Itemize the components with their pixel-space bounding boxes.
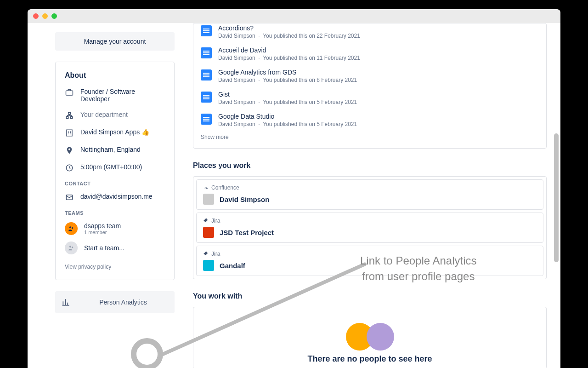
document-item[interactable]: Accordions? David Simpson · You publishe…	[201, 23, 539, 43]
close-window-button[interactable]	[33, 13, 39, 19]
place-name: Gandalf	[203, 260, 537, 271]
place-item[interactable]: Jira JSD Test Project	[196, 213, 543, 243]
document-meta: David Simpson · You published this on 5 …	[218, 99, 357, 105]
main-content: Accordions? David Simpson · You publishe…	[193, 23, 560, 368]
place-avatar-icon	[203, 260, 214, 271]
place-app-label: Confluence	[203, 184, 537, 191]
svg-rect-0	[66, 91, 73, 95]
svg-point-10	[72, 247, 73, 248]
place-avatar-icon	[203, 227, 214, 238]
work-with-heading: You work with	[193, 292, 547, 300]
place-app-label: Jira	[203, 251, 537, 257]
profile-sidebar: Manage your account About Founder / Soft…	[28, 23, 193, 368]
document-item[interactable]: Accueil de David David Simpson · You pub…	[201, 43, 539, 65]
manage-account-button[interactable]: Manage your account	[55, 32, 175, 51]
team-avatar-placeholder-icon	[65, 242, 78, 254]
document-icon	[201, 92, 212, 103]
person-analytics-button[interactable]: Person Analytics	[55, 291, 175, 313]
about-role-row: Founder / Software Developer	[65, 88, 165, 103]
recent-documents-card: Accordions? David Simpson · You publishe…	[193, 23, 547, 149]
svg-rect-1	[68, 112, 71, 115]
analytics-icon	[62, 298, 71, 307]
svg-point-9	[69, 246, 71, 247]
svg-rect-4	[67, 130, 72, 136]
about-email-row[interactable]: david@davidsimpson.me	[65, 193, 165, 202]
svg-point-8	[72, 227, 73, 229]
about-time: 5:00pm (GMT+00:00)	[80, 163, 142, 171]
about-location: Nottingham, England	[80, 146, 141, 153]
minimize-window-button[interactable]	[42, 13, 48, 19]
document-icon	[201, 25, 212, 36]
document-title: Accueil de David	[218, 46, 360, 54]
team-member-count: 1 member	[84, 230, 121, 235]
place-name: JSD Test Project	[203, 227, 537, 238]
empty-people-message: There are no people to see here	[307, 354, 432, 364]
about-department: Your department	[80, 111, 128, 118]
place-avatar-icon	[203, 194, 214, 205]
clock-icon	[65, 163, 74, 172]
work-with-card: There are no people to see here	[193, 307, 547, 368]
document-title: Google Analytics from GDS	[218, 69, 357, 76]
places-card: Confluence David Simpson Jira JSD Test P…	[193, 176, 547, 279]
org-icon	[65, 111, 74, 120]
svg-point-7	[69, 226, 71, 228]
contact-label: CONTACT	[65, 181, 165, 186]
document-item[interactable]: Gist David Simpson · You published this …	[201, 87, 539, 109]
team-name: dsapps team	[84, 222, 121, 230]
window-titlebar	[28, 9, 560, 23]
start-team-label: Start a team...	[84, 244, 124, 252]
svg-rect-3	[70, 116, 73, 119]
scrollbar-thumb[interactable]	[554, 133, 559, 262]
document-title: Accordions?	[218, 24, 360, 32]
place-app-label: Jira	[203, 218, 537, 224]
about-email: david@davidsimpson.me	[80, 193, 153, 200]
document-item[interactable]: Google Analytics from GDS David Simpson …	[201, 65, 539, 87]
mail-icon	[65, 193, 74, 202]
about-company: David Simpson Apps 👍	[80, 128, 149, 136]
teams-label: TEAMS	[65, 210, 165, 216]
document-title: Google Data Studio	[218, 113, 357, 120]
svg-rect-2	[66, 116, 68, 119]
person-analytics-label: Person Analytics	[78, 299, 168, 306]
browser-window: Manage your account About Founder / Soft…	[28, 9, 560, 368]
document-item[interactable]: Google Data Studio David Simpson · You p…	[201, 109, 539, 131]
privacy-link[interactable]: View privacy policy	[65, 264, 111, 270]
document-meta: David Simpson · You published this on 8 …	[218, 77, 357, 83]
document-icon	[201, 69, 212, 80]
location-icon	[65, 146, 74, 155]
document-meta: David Simpson · You published this on 11…	[218, 55, 360, 61]
about-time-row: 5:00pm (GMT+00:00)	[65, 163, 165, 172]
about-heading: About	[65, 71, 165, 80]
about-department-row[interactable]: Your department	[65, 111, 165, 120]
team-item[interactable]: dsapps team 1 member	[65, 222, 165, 235]
place-item[interactable]: Confluence David Simpson	[196, 179, 543, 210]
content-area: Manage your account About Founder / Soft…	[28, 23, 560, 368]
document-icon	[201, 47, 212, 58]
team-avatar-icon	[65, 222, 78, 235]
start-team-button[interactable]: Start a team...	[65, 242, 165, 254]
about-location-row: Nottingham, England	[65, 146, 165, 155]
show-more-link[interactable]: Show more	[201, 134, 229, 140]
building-icon	[65, 128, 74, 138]
briefcase-icon	[65, 88, 74, 97]
places-heading: Places you work	[193, 161, 547, 170]
about-card: About Founder / Software Developer Your …	[55, 62, 175, 280]
document-meta: David Simpson · You published this on 22…	[218, 33, 360, 39]
document-meta: David Simpson · You published this on 5 …	[218, 121, 357, 127]
maximize-window-button[interactable]	[51, 13, 57, 19]
document-icon	[201, 114, 212, 125]
about-company-row: David Simpson Apps 👍	[65, 128, 165, 138]
about-role: Founder / Software Developer	[80, 88, 165, 103]
people-illustration-icon	[346, 323, 394, 346]
place-name: David Simpson	[203, 194, 537, 205]
scrollbar-track[interactable]	[553, 23, 560, 368]
place-item[interactable]: Jira Gandalf	[196, 246, 543, 276]
document-title: Gist	[218, 91, 357, 98]
